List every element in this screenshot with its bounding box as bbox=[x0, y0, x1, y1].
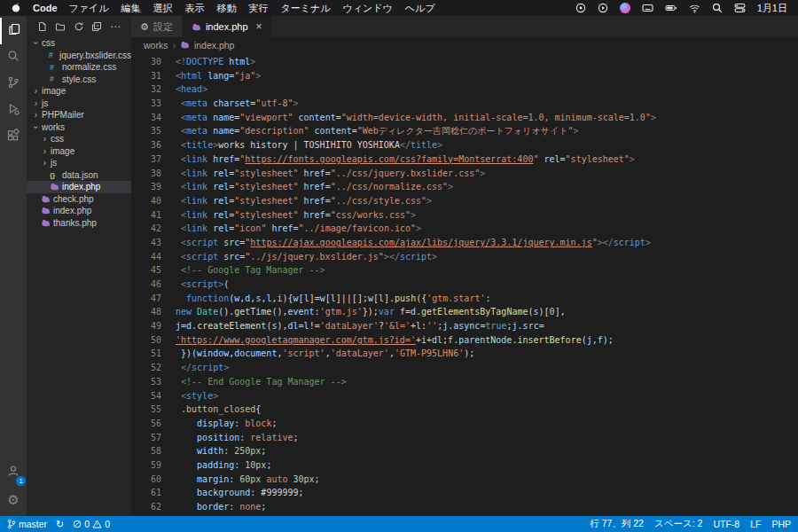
new-file-icon[interactable] bbox=[37, 21, 47, 32]
code-line-35[interactable]: 35 <meta name="description" content="Web… bbox=[131, 124, 798, 138]
menu-item-file[interactable]: ファイル bbox=[69, 2, 109, 15]
tree-item-phpmailer[interactable]: ›PHPMailer bbox=[27, 109, 131, 121]
collapse-all-icon[interactable] bbox=[91, 21, 102, 32]
code-text: <link rel="stylesheet" href="../css/jque… bbox=[176, 167, 485, 181]
tree-item-check-php[interactable]: check.php bbox=[27, 193, 131, 206]
run-debug-activity-button[interactable] bbox=[0, 98, 27, 124]
tree-item-thanks-php[interactable]: thanks.php bbox=[27, 217, 131, 230]
apple-icon[interactable] bbox=[11, 2, 21, 15]
code-line-37[interactable]: 37 <link href="https://fonts.googleapis.… bbox=[131, 153, 798, 167]
code-line-40[interactable]: 40 <link rel="stylesheet" href="../css/s… bbox=[131, 194, 798, 208]
siri-icon[interactable] bbox=[620, 3, 630, 13]
menu-item-selection[interactable]: 選択 bbox=[153, 2, 173, 15]
tab-index-php[interactable]: index.php× bbox=[183, 16, 272, 37]
menu-bar-clock[interactable]: 1月1日 bbox=[757, 2, 787, 15]
tree-item-works-js[interactable]: ›js bbox=[27, 157, 131, 169]
code-line-47[interactable]: 47 function(w,d,s,l,i){w[l]=w[l]||[];w[l… bbox=[131, 292, 798, 306]
code-line-33[interactable]: 33 <meta charset="utf-8"> bbox=[131, 97, 798, 111]
tree-item-works[interactable]: ›works bbox=[27, 121, 131, 134]
code-line-41[interactable]: 41 <link rel="stylesheet" href="css/work… bbox=[131, 208, 798, 223]
tree-item-normalize-css[interactable]: #normalize.css bbox=[27, 61, 131, 74]
code-line-56[interactable]: 56 display: block; bbox=[131, 417, 798, 431]
code-line-58[interactable]: 58 width: 250px; bbox=[131, 444, 798, 458]
tree-item-works-index-php[interactable]: index.php bbox=[27, 181, 131, 193]
problems-status[interactable]: 0 0 bbox=[73, 519, 110, 529]
tree-item-works-css[interactable]: ›css bbox=[27, 133, 131, 145]
breadcrumb-file[interactable]: index.php bbox=[194, 40, 235, 51]
code-line-46[interactable]: 46 <script>( bbox=[131, 278, 798, 292]
menu-item-run[interactable]: 実行 bbox=[249, 2, 269, 15]
status-cursor-position[interactable]: 行 77、列 22 bbox=[590, 518, 644, 530]
explorer-activity-button[interactable] bbox=[0, 18, 27, 44]
tree-item-js[interactable]: ›js bbox=[27, 98, 131, 110]
code-line-49[interactable]: 49j=d.createElement(s),dl=l!='dataLayer'… bbox=[131, 319, 798, 333]
git-branch-status[interactable]: master bbox=[7, 519, 47, 529]
code-line-53[interactable]: 53 <!-- End Google Tag Manager --> bbox=[131, 375, 798, 389]
menu-item-go[interactable]: 移動 bbox=[217, 2, 237, 15]
status-eol[interactable]: LF bbox=[750, 519, 761, 529]
play-circle-icon[interactable] bbox=[598, 3, 608, 13]
tab-settings[interactable]: ⚙設定 bbox=[131, 16, 183, 37]
code-line-62[interactable]: 62 border: none; bbox=[131, 500, 798, 514]
tree-item-data-json[interactable]: {}data.json bbox=[27, 169, 131, 182]
code-line-31[interactable]: 31<html lang="ja"> bbox=[131, 69, 798, 83]
line-number: 34 bbox=[131, 111, 161, 125]
code-line-42[interactable]: 42 <link rel="icon" href="../image/favic… bbox=[131, 222, 798, 236]
code-line-59[interactable]: 59 padding: 10px; bbox=[131, 458, 798, 473]
code-line-50[interactable]: 50'https://www.googletagmanager.com/gtm.… bbox=[131, 333, 798, 348]
control-center-icon[interactable] bbox=[734, 3, 746, 13]
extensions-activity-button[interactable] bbox=[0, 124, 27, 151]
breadcrumb-folder[interactable]: works bbox=[144, 40, 168, 51]
code-line-57[interactable]: 57 position: relative; bbox=[131, 431, 798, 445]
account-button[interactable]: 1 bbox=[0, 459, 27, 486]
menu-item-view[interactable]: 表示 bbox=[185, 2, 205, 15]
input-source-icon[interactable] bbox=[642, 3, 653, 13]
more-icon[interactable]: ⋯ bbox=[110, 21, 121, 32]
code-line-30[interactable]: 30<!DOCTYPE html> bbox=[131, 55, 798, 69]
battery-icon[interactable] bbox=[665, 3, 677, 13]
code-line-38[interactable]: 38 <link rel="stylesheet" href="../css/j… bbox=[131, 167, 798, 181]
code-line-51[interactable]: 51 })(window,document,'script','dataLaye… bbox=[131, 347, 798, 361]
warning-count: 0 bbox=[105, 519, 110, 529]
code-line-45[interactable]: 45 <!-- Google Tag Manager --> bbox=[131, 263, 798, 278]
tree-item-image[interactable]: ›image bbox=[27, 85, 131, 98]
close-icon[interactable]: × bbox=[256, 20, 262, 33]
code-line-55[interactable]: 55 .button_closed{ bbox=[131, 403, 798, 417]
menu-item-help[interactable]: ヘルプ bbox=[405, 2, 435, 15]
status-indentation[interactable]: スペース: 2 bbox=[654, 518, 702, 530]
source-control-activity-button[interactable] bbox=[0, 71, 27, 98]
app-name[interactable]: Code bbox=[33, 3, 58, 13]
code-line-34[interactable]: 34 <meta name="viewport" content="width=… bbox=[131, 111, 798, 125]
code-text: <head> bbox=[176, 82, 207, 97]
tree-item-index-php[interactable]: index.php bbox=[27, 205, 131, 217]
code-line-61[interactable]: 61 background: #999999; bbox=[131, 486, 798, 500]
code-line-52[interactable]: 52 </script> bbox=[131, 361, 798, 375]
refresh-icon[interactable] bbox=[74, 21, 84, 32]
manage-button[interactable]: ⚙ bbox=[0, 486, 27, 512]
menu-item-terminal[interactable]: ターミナル bbox=[281, 2, 331, 15]
code-line-44[interactable]: 44 <script src="../js/jquery.bxslider.js… bbox=[131, 250, 798, 264]
code-line-54[interactable]: 54 <style> bbox=[131, 389, 798, 403]
wifi-icon[interactable] bbox=[689, 4, 700, 13]
code-line-32[interactable]: 32<head> bbox=[131, 82, 798, 97]
line-number: 30 bbox=[131, 55, 161, 69]
code-line-43[interactable]: 43 <script src="https://ajax.googleapis.… bbox=[131, 236, 798, 250]
code-line-36[interactable]: 36 <title>works history | TOSHIHITO YOSH… bbox=[131, 138, 798, 153]
tree-item-jquery-bxslider-css[interactable]: #jquery.bxslider.css bbox=[27, 50, 131, 62]
screen-record-icon[interactable] bbox=[575, 3, 586, 13]
new-folder-icon[interactable] bbox=[55, 21, 66, 32]
code-line-60[interactable]: 60 margin: 60px auto 30px; bbox=[131, 473, 798, 487]
spotlight-icon[interactable] bbox=[712, 3, 723, 13]
tree-item-css[interactable]: ›css bbox=[27, 37, 131, 50]
code-line-39[interactable]: 39 <link rel="stylesheet" href="../css/n… bbox=[131, 180, 798, 194]
tree-item-style-css[interactable]: #style.css bbox=[27, 74, 131, 86]
tree-item-works-image[interactable]: ›image bbox=[27, 145, 131, 158]
menu-item-edit[interactable]: 編集 bbox=[121, 2, 141, 15]
sync-button[interactable]: ↻ bbox=[56, 520, 64, 529]
search-activity-button[interactable] bbox=[0, 44, 27, 71]
branch-name: master bbox=[19, 519, 47, 529]
menu-item-window[interactable]: ウィンドウ bbox=[343, 2, 393, 15]
status-encoding[interactable]: UTF-8 bbox=[713, 519, 739, 529]
status-language[interactable]: PHP bbox=[771, 519, 791, 529]
code-line-48[interactable]: 48new Date().getTime(),event:'gtm.js'});… bbox=[131, 305, 798, 319]
